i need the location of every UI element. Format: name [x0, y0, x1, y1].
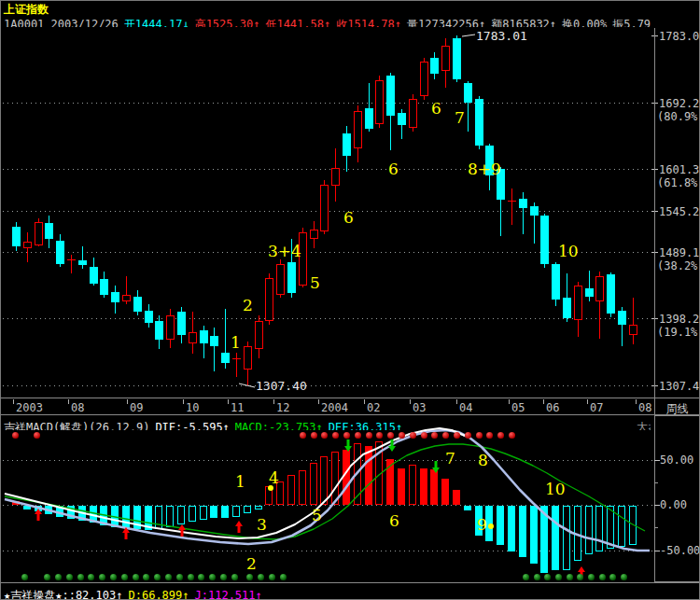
candle-body-down — [585, 288, 594, 297]
text-segment: MACD:-23.753↑ — [235, 421, 323, 430]
wave-label: 6 — [343, 208, 354, 227]
candle-body-down — [90, 267, 98, 284]
period-selector[interactable]: 周线 — [654, 398, 700, 415]
signal-dot-green — [567, 574, 573, 580]
timeline-label: 06 — [546, 401, 559, 414]
candle-body-down — [56, 241, 64, 264]
macd-axis-tick — [654, 505, 660, 506]
macd-bar — [343, 450, 350, 505]
candle-body-up — [441, 46, 450, 71]
wave-label: 2 — [243, 296, 253, 314]
timeline-tick — [509, 399, 510, 404]
candle-body-up — [595, 276, 604, 301]
macd-bar — [221, 506, 229, 518]
candle-body-down — [430, 58, 439, 74]
candle-body-down — [12, 227, 21, 246]
fib-percent-label: (80.9%) — [657, 110, 700, 123]
macd-header: 吉祥MACD(解盘)(26,12,9)DIF:-5.595↑MACD:-23.7… — [4, 417, 651, 430]
macd-bar-hollow — [563, 506, 570, 570]
signal-dot-green — [258, 574, 264, 580]
signal-dot-red — [300, 432, 306, 439]
macd-bar — [133, 506, 141, 529]
wave-label: 1 — [231, 333, 241, 352]
candle-body-up — [189, 332, 197, 343]
timeline-tick — [13, 399, 14, 404]
candle-body-up — [23, 242, 32, 248]
macd-wave-label: 2 — [246, 554, 257, 573]
macd-axis-tick — [654, 460, 660, 461]
signal-dot-green — [121, 574, 128, 580]
signal-dot-green — [609, 574, 616, 580]
candle-body-up — [375, 80, 384, 124]
text-segment: J:112.511↑ — [195, 589, 262, 599]
macd-wave-label: 5 — [312, 506, 322, 524]
signal-dot-red — [332, 432, 339, 439]
candle-body-down — [464, 83, 472, 103]
candle-body-up — [35, 222, 43, 245]
yellow-marker-dot — [488, 523, 494, 529]
signal-dot-red — [476, 432, 483, 439]
macd-bar-hollow — [574, 506, 581, 561]
wave-label: 5 — [310, 273, 320, 292]
wave-label: 6 — [431, 99, 441, 118]
macd-bar — [100, 506, 107, 525]
macd-wave-label: 10 — [545, 480, 566, 498]
macd-bar — [365, 446, 372, 505]
signal-dot-green — [176, 574, 183, 580]
macd-bar-hollow — [200, 506, 207, 520]
signal-dot-green — [99, 574, 105, 580]
status-top-border — [1, 582, 700, 583]
macd-wave-label: 4 — [269, 468, 279, 487]
signal-dot-green — [110, 574, 117, 580]
signal-dot-green — [21, 574, 28, 580]
candle-body-up — [166, 315, 175, 340]
macd-wave-label: 3 — [257, 515, 267, 534]
timeline-tick — [636, 399, 637, 404]
peak-annotation: 1783.01 — [476, 29, 527, 43]
text-segment: DEF:36.315↑ — [329, 421, 402, 430]
macd-bar-hollow — [310, 463, 317, 505]
timeline-tick — [228, 399, 229, 404]
signal-dot-red — [343, 432, 350, 439]
macd-bar-hollow — [166, 506, 174, 527]
timeline-label: 09 — [130, 401, 143, 414]
app-window: 上证指数 1A0001 2003/12/26开1444.17↓高1525.30↑… — [0, 0, 700, 600]
timeline-tick — [127, 399, 128, 404]
candle-body-up — [310, 230, 318, 239]
signal-dot-green — [599, 574, 606, 580]
timeline-tick — [183, 399, 184, 404]
signal-dot-red — [366, 432, 372, 439]
signal-dot-green — [555, 574, 562, 580]
signal-dot-green — [621, 574, 627, 580]
price-gridline — [3, 385, 652, 386]
fib-percent-label: (38.2%) — [657, 259, 700, 272]
timeline-bottom-border — [1, 414, 700, 415]
timeline-tick — [68, 399, 69, 404]
macd-axis-label: 0.00 — [660, 498, 687, 511]
macd-bar — [145, 506, 152, 530]
signal-dot-green — [523, 574, 529, 580]
candle-wick — [511, 188, 512, 225]
candle-wick — [589, 271, 590, 301]
timeline-label: 07 — [590, 401, 603, 414]
candle-body-down — [607, 274, 615, 314]
macd-bar-hollow — [320, 456, 328, 505]
macd-axis-label: 50.00 — [660, 453, 693, 467]
macd-bar-hollow — [189, 506, 196, 522]
macd-bar — [35, 506, 42, 511]
signal-dot-green — [280, 574, 287, 580]
macd-bar — [111, 506, 119, 527]
macd-bar-hollow — [607, 506, 614, 549]
price-axis-label: 1489.1 — [659, 246, 699, 259]
wave-label: 10 — [558, 242, 579, 260]
macd-wave-label: 6 — [389, 511, 399, 530]
candle-body-down — [386, 76, 395, 116]
macd-bar-hollow — [155, 506, 162, 529]
price-axis-line — [654, 28, 655, 398]
signal-dot-red — [355, 432, 361, 439]
macd-axis-minor-tick — [654, 527, 658, 528]
signal-dot-red — [497, 432, 504, 439]
status-bar: ★吉祥操盘★::82.103↑D:66.899↑J:112.511↑ — [4, 585, 699, 599]
signal-dot-red — [465, 432, 471, 439]
macd-bar — [497, 506, 504, 545]
